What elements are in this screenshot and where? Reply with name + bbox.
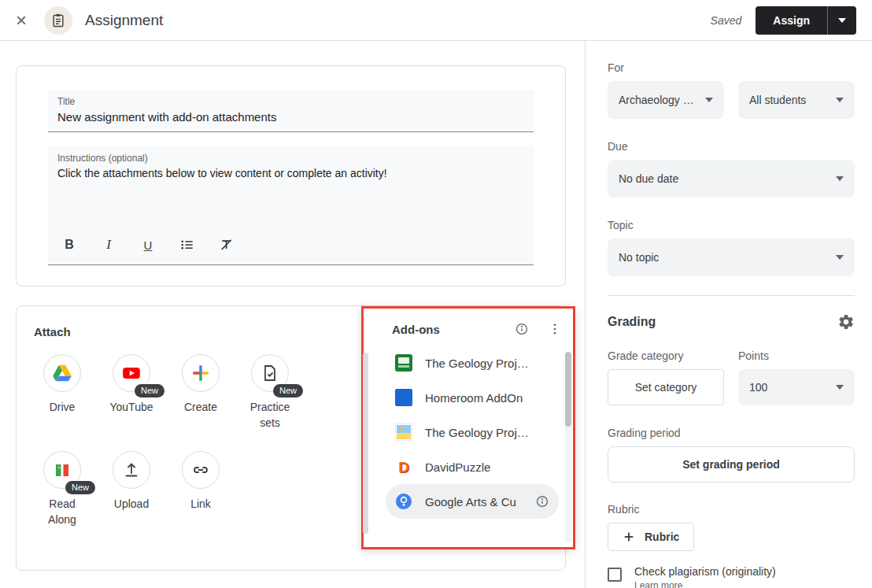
addon-label: Homeroom AddOn: [425, 391, 523, 405]
attach-item-read-along[interactable]: New Read Along: [28, 451, 97, 527]
title-label: Title: [57, 96, 524, 107]
info-icon[interactable]: [535, 494, 549, 508]
info-icon[interactable]: [515, 322, 529, 336]
learn-more-link[interactable]: Learn more: [634, 580, 776, 588]
set-grading-period-label: Set grading period: [682, 458, 780, 471]
due-date-value: No due date: [619, 172, 678, 185]
saved-status: Saved: [711, 14, 742, 27]
attach-item-create[interactable]: Create: [166, 354, 235, 431]
addon-label: Google Arts & Cu: [425, 495, 516, 508]
bold-icon[interactable]: B: [61, 236, 78, 253]
attach-item-label: Drive: [50, 400, 76, 416]
upload-icon[interactable]: [113, 451, 150, 489]
instructions-field[interactable]: Instructions (optional) Click the attach…: [48, 146, 534, 265]
grading-period-label: Grading period: [608, 427, 855, 439]
plus-icon: [623, 531, 635, 543]
addon-item-davidpuzzle[interactable]: D DavidPuzzle: [386, 449, 559, 484]
class-dropdown-value: Archaeology …: [619, 94, 694, 106]
clear-formatting-icon[interactable]: [218, 236, 235, 253]
page-title: Assignment: [85, 12, 163, 29]
addons-scrollbar[interactable]: [565, 352, 571, 542]
arts-culture-icon: [395, 493, 412, 510]
chevron-down-icon: [838, 18, 846, 23]
set-grading-period-button[interactable]: Set grading period: [608, 446, 855, 483]
assignment-form-card: Title New assignment with add-on attachm…: [16, 65, 566, 287]
class-dropdown[interactable]: Archaeology …: [608, 81, 724, 119]
italic-icon[interactable]: I: [100, 236, 117, 253]
new-badge: New: [65, 481, 95, 494]
students-dropdown[interactable]: All students: [738, 81, 855, 119]
set-category-select[interactable]: Set category: [608, 369, 724, 405]
underline-icon[interactable]: U: [139, 236, 157, 253]
due-date-dropdown[interactable]: No due date: [608, 160, 855, 198]
attach-item-upload[interactable]: Upload: [97, 451, 166, 527]
geology-photo-icon: [395, 423, 412, 441]
title-field[interactable]: Title New assignment with add-on attachm…: [48, 90, 534, 132]
rubric-button-label: Rubric: [645, 531, 679, 543]
assign-dropdown-button[interactable]: [827, 6, 856, 35]
settings-sidebar: For Archaeology … All students Due No du…: [585, 41, 872, 588]
topic-value: No topic: [619, 251, 659, 264]
topic-dropdown[interactable]: No topic: [608, 239, 855, 276]
create-icon[interactable]: [182, 354, 220, 392]
chevron-down-icon: [836, 255, 844, 260]
grading-heading: Grading: [608, 315, 656, 329]
chevron-down-icon: [836, 385, 844, 390]
bulleted-list-icon[interactable]: [179, 236, 196, 253]
close-icon[interactable]: ×: [11, 11, 31, 30]
rubric-label: Rubric: [608, 503, 855, 516]
addon-item-arts-culture[interactable]: Google Arts & Cu: [386, 484, 559, 519]
more-options-icon[interactable]: [548, 322, 562, 336]
attach-item-label: YouTube: [109, 400, 153, 416]
gear-icon[interactable]: [837, 313, 855, 331]
attach-item-link[interactable]: Link: [166, 451, 235, 527]
attach-scrollbar[interactable]: [363, 353, 368, 534]
plagiarism-label: Check plagiarism (originality): [634, 565, 776, 578]
attach-item-practice-sets[interactable]: New Practice sets: [235, 354, 305, 431]
addon-label: The Geology Proj…: [425, 357, 529, 370]
new-badge: New: [135, 384, 164, 398]
sidebar-divider: [608, 295, 855, 296]
addon-label: The Geology Proj…: [425, 426, 529, 439]
topic-label: Topic: [608, 219, 855, 231]
addon-item-geology-1[interactable]: The Geology Proj…: [386, 346, 559, 380]
add-rubric-button[interactable]: Rubric: [608, 523, 694, 551]
attach-item-youtube[interactable]: New YouTube: [97, 354, 166, 431]
points-dropdown[interactable]: 100: [738, 369, 855, 405]
attach-item-label: Read Along: [34, 497, 91, 527]
attach-item-label: Practice sets: [242, 400, 298, 431]
attach-item-drive[interactable]: Drive: [28, 354, 97, 431]
points-value: 100: [749, 381, 767, 394]
geology-green-icon: [395, 354, 412, 372]
students-dropdown-value: All students: [749, 94, 806, 106]
assign-button[interactable]: Assign: [756, 6, 827, 35]
addon-item-geology-2[interactable]: The Geology Proj…: [386, 415, 559, 449]
chevron-down-icon: [705, 98, 713, 102]
instructions-value: Click the attachments below to view cont…: [57, 167, 524, 228]
format-toolbar: B I U: [57, 228, 524, 264]
attach-item-label: Upload: [114, 497, 149, 512]
assign-split-button: Assign: [756, 6, 856, 35]
addons-title: Add-ons: [392, 323, 440, 336]
attach-item-label: Create: [184, 400, 217, 416]
points-label: Points: [738, 349, 855, 362]
link-icon[interactable]: [182, 451, 220, 489]
addons-popup: Add-ons The Geology Proj…: [361, 306, 575, 549]
grade-category-label: Grade category: [608, 349, 724, 362]
for-label: For: [608, 61, 855, 74]
drive-icon[interactable]: [43, 354, 81, 392]
addon-item-homeroom[interactable]: Homeroom AddOn: [386, 380, 559, 415]
set-category-value: Set category: [635, 381, 697, 394]
homeroom-icon: [395, 389, 412, 406]
davidpuzzle-icon: D: [395, 458, 412, 475]
title-value: New assignment with add-on attachments: [57, 110, 524, 124]
plagiarism-checkbox[interactable]: [608, 568, 622, 582]
addon-label: DavidPuzzle: [425, 460, 490, 474]
due-label: Due: [608, 140, 855, 153]
chevron-down-icon: [836, 98, 844, 102]
new-badge: New: [273, 384, 303, 398]
scrollbar-thumb[interactable]: [565, 352, 571, 427]
instructions-label: Instructions (optional): [57, 153, 524, 164]
chevron-down-icon: [836, 176, 844, 181]
top-bar: × Assignment Saved Assign: [0, 0, 872, 41]
